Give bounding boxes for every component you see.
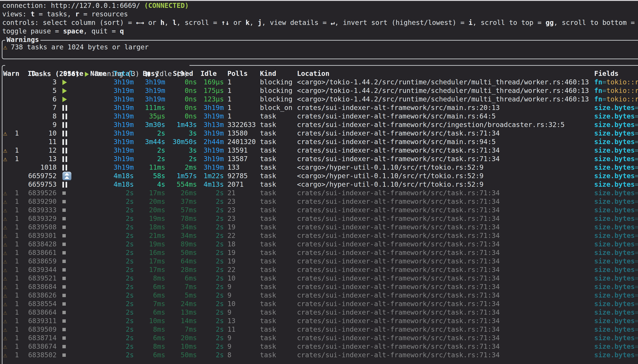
column-header-polls[interactable]: Polls xyxy=(224,69,256,78)
cell-state xyxy=(56,154,85,163)
table-row[interactable]: ⚠ 1 6838554 2s 7ms 24ms 2s 10 task crate… xyxy=(2,300,638,308)
table-row[interactable]: 11 3h19m 3m44s 30m50s 2h44m 2401320 task… xyxy=(2,138,638,146)
table-row[interactable]: ⚠ 1 6838664 2s 6ms 13ms 2s 9 task crates… xyxy=(2,308,638,317)
table-row[interactable]: 6 3h19m 3h19m 0ns 123µs 1 blocking <carg… xyxy=(2,95,638,104)
table-row[interactable]: ⚠ 1 6839526 2s 17ms 26ms 2s 21 task crat… xyxy=(2,189,638,197)
table-row[interactable]: 9 3h19m 3m30s 1m43s 3h13m 3322633 task c… xyxy=(2,120,638,129)
cell-kind: task xyxy=(256,274,294,282)
cell-total: 3h19m xyxy=(111,120,134,129)
cell-location: crates/sui-indexer-alt-framework/src/tas… xyxy=(294,189,593,197)
cell-warn: ⚠ 1 xyxy=(2,325,24,334)
cell-kind: task xyxy=(256,206,294,214)
table-row[interactable]: ⚠ 1 6839508 2s 18ms 34ms 2s 19 task crat… xyxy=(2,223,638,231)
cell-kind: task xyxy=(256,223,294,231)
table-row[interactable]: 3 3h19m 3h19m 0ns 169µs 1 blocking <carg… xyxy=(2,78,638,86)
table-row[interactable]: ⚠ 1 6839521 2s 8ms 6ms 2s 10 task crates… xyxy=(2,274,638,282)
table-row[interactable]: 6659752 4m18s 58s 1m57s 1m22s 92785 task… xyxy=(2,172,638,180)
cell-total: 3h19m xyxy=(111,129,134,138)
field-key: size.bytes xyxy=(594,249,635,256)
status-header: connection: http://127.0.0.1:6669/ (CONN… xyxy=(2,1,638,36)
cell-warn: ⚠ 1 xyxy=(2,248,24,257)
column-header-fields[interactable]: Fields xyxy=(593,69,638,78)
table-row[interactable]: ⚠ 1 6838659 2s 17ms 64ms 2s 19 task crat… xyxy=(2,257,638,266)
cell-location: crates/sui-indexer-alt-framework/src/tas… xyxy=(294,214,593,223)
cell-name xyxy=(85,112,111,120)
table-row[interactable]: 8 3h19m 35µs 0ns 3h19m 1 task crates/sui… xyxy=(2,112,638,120)
table-row[interactable]: ⚠ 1 12 3h19m 2s 3s 3h19m 13591 task crat… xyxy=(2,146,638,154)
cell-fields: size.bytes= xyxy=(593,266,638,274)
cell-task-id: 6839526 xyxy=(24,189,56,197)
cell-busy: 6ms xyxy=(134,334,165,342)
cell-task-id: 7 xyxy=(24,104,56,112)
table-row[interactable]: ⚠ 1 6839333 2s 20ms 57ms 2s 23 task crat… xyxy=(2,206,638,214)
cell-state xyxy=(56,257,85,266)
cell-total: 2s xyxy=(111,266,134,274)
table-row[interactable]: ⚠ 1 6838626 2s 6ms 5ms 2s 9 task crates/… xyxy=(2,291,638,300)
cell-location: crates/sui-indexer-alt-framework/src/mai… xyxy=(294,104,593,112)
cell-kind: block_on xyxy=(256,104,294,112)
table-row[interactable]: ⚠ 1 10 3h19m 2s 3s 3h19m 13580 task crat… xyxy=(2,129,638,138)
scheduled-icon xyxy=(62,172,72,180)
table-row[interactable]: ⚠ 1 6838502 2s 6ms 50ms 2s 8 task crates… xyxy=(2,351,638,359)
cell-total: 2s xyxy=(111,300,134,308)
cell-task-id: 6839509 xyxy=(24,325,56,334)
field-key: size.bytes xyxy=(594,266,635,274)
field-equals: = xyxy=(635,326,638,333)
cell-kind: task xyxy=(256,334,294,342)
cell-fields: size.bytes= xyxy=(593,138,638,146)
text-segment: toggle pause = xyxy=(2,27,63,35)
cell-state xyxy=(56,300,85,308)
column-header-kind[interactable]: Kind xyxy=(256,69,294,78)
table-row[interactable]: ⚠ 1 6839344 2s 17ms 28ms 2s 22 task crat… xyxy=(2,266,638,274)
cell-fields: size.bytes= xyxy=(593,351,638,359)
cell-task-id: 6838428 xyxy=(24,240,56,248)
table-row[interactable]: ⚠ 1 6838714 2s 6ms 20ms 2s 9 task crates… xyxy=(2,334,638,342)
key-hint: (CONNECTED) xyxy=(144,2,189,10)
field-equals: = xyxy=(635,155,638,163)
cell-sched: 7ms xyxy=(165,282,197,291)
cell-fields: size.bytes= xyxy=(593,257,638,266)
field-key: size.bytes xyxy=(594,257,635,265)
cell-kind: task xyxy=(256,112,294,120)
field-key: size.bytes xyxy=(594,274,635,282)
cell-idle: 2s xyxy=(197,334,224,342)
cell-idle: 4m13s xyxy=(197,180,224,189)
cell-idle: 3h19m xyxy=(197,163,224,172)
field-key: size.bytes xyxy=(594,308,635,316)
table-row[interactable]: ⚠ 1 6839509 2s 8ms 7ms 2s 11 task crates… xyxy=(2,325,638,334)
table-row[interactable]: 1018 3h19m 11ms 2ms 3h19m 133 task <carg… xyxy=(2,163,638,172)
table-row[interactable]: ⚠ 1 6838428 2s 19ms 89ms 2s 18 task crat… xyxy=(2,240,638,248)
warning-icon: ⚠ xyxy=(3,300,11,308)
text-segment: , invert sort (highest/lowest) = xyxy=(335,19,468,26)
cell-kind: blocking xyxy=(256,78,294,86)
table-row[interactable]: 6659753 4m18s 4s 554ms 4m13s 2071 task <… xyxy=(2,180,638,189)
table-row[interactable]: ⚠ 1 6839329 2s 19ms 78ms 2s 23 task crat… xyxy=(2,214,638,223)
cell-kind: task xyxy=(256,189,294,197)
field-equals: = xyxy=(635,180,638,188)
cell-sched: 6ms xyxy=(165,274,197,282)
field-key: size.bytes xyxy=(594,351,635,359)
table-row[interactable]: ⚠ 1 6838674 2s 8ms 10ms 2s 9 task crates… xyxy=(2,342,638,351)
table-row[interactable]: ⚠ 1 6839290 2s 20ms 37ms 2s 23 task crat… xyxy=(2,197,638,206)
warning-icon: ⚠ xyxy=(3,257,11,266)
field-equals: = xyxy=(635,163,638,171)
cell-fields: size.bytes= xyxy=(593,334,638,342)
cell-idle: 2s xyxy=(197,300,224,308)
warning-icon: ⚠ xyxy=(3,334,11,342)
table-row[interactable]: 5 3h19m 3h19m 0ns 175µs 1 blocking <carg… xyxy=(2,86,638,95)
field-key: size.bytes xyxy=(594,206,635,214)
table-row[interactable]: ⚠ 1 6839301 2s 21ms 34ms 2s 22 task crat… xyxy=(2,231,638,240)
field-equals: = xyxy=(635,112,638,120)
cell-warn: ⚠ 1 xyxy=(2,342,24,351)
cell-total: 4m18s xyxy=(111,180,134,189)
table-row[interactable]: ⚠ 1 13 3h19m 2s 2s 3h19m 13587 task crat… xyxy=(2,154,638,163)
field-key: size.bytes xyxy=(594,334,635,342)
cell-fields: size.bytes= xyxy=(593,317,638,325)
table-row[interactable]: ⚠ 1 6839311 2s 10ms 14ms 2s 13 task crat… xyxy=(2,317,638,325)
table-row[interactable]: ⚠ 1 6838684 2s 6ms 7ms 2s 9 task crates/… xyxy=(2,282,638,291)
column-header-idle[interactable]: Idle xyxy=(197,69,224,78)
field-key: size.bytes xyxy=(594,317,635,325)
column-header-location[interactable]: Location xyxy=(294,69,593,78)
table-row[interactable]: ⚠ 1 6838661 2s 16ms 50ms 2s 19 task crat… xyxy=(2,248,638,257)
table-row[interactable]: 7 3h19m 111ms 0ns 3h19m 1 block_on crate… xyxy=(2,104,638,112)
